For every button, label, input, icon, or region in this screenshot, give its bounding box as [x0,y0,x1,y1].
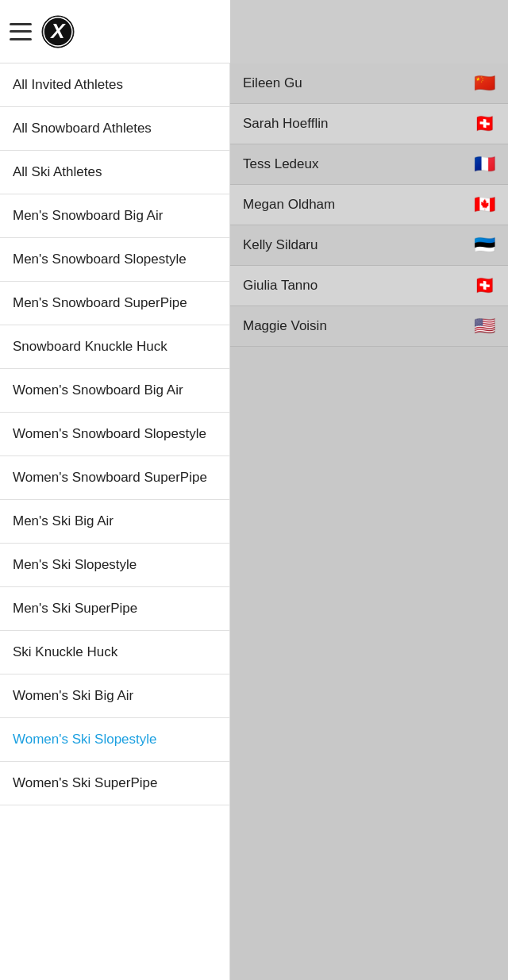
sidebar-item-all-invited[interactable]: All Invited Athletes [0,63,229,107]
sidebar-item-womens-ski-slopestyle[interactable]: Women's Ski Slopestyle [0,718,229,762]
athlete-flag: 🇫🇷 [474,154,495,175]
sidebar-item-mens-ski-superpipe[interactable]: Men's Ski SuperPipe [0,587,229,631]
main-layout: All Invited AthletesAll Snowboard Athlet… [0,63,508,980]
athlete-name: Megan Oldham [243,197,335,213]
sidebar: All Invited AthletesAll Snowboard Athlet… [0,63,230,980]
athlete-name: Eileen Gu [243,75,302,91]
athlete-flag: 🇨🇭 [474,113,495,134]
app-header: X [0,0,230,63]
sidebar-item-mens-snowboard-slopestyle[interactable]: Men's Snowboard Slopestyle [0,238,229,282]
sidebar-item-womens-ski-big-air[interactable]: Women's Ski Big Air [0,674,229,718]
athlete-row[interactable]: Eileen Gu🇨🇳 [230,63,508,104]
athlete-row[interactable]: Sarah Hoefflin🇨🇭 [230,104,508,144]
logo: X [41,15,78,48]
athlete-name: Giulia Tanno [243,278,318,294]
athlete-row[interactable]: Kelly Sildaru🇪🇪 [230,225,508,266]
sidebar-item-mens-snowboard-superpipe[interactable]: Men's Snowboard SuperPipe [0,282,229,325]
sidebar-item-snowboard-knuckle-huck[interactable]: Snowboard Knuckle Huck [0,325,229,369]
athlete-row[interactable]: Maggie Voisin🇺🇸 [230,306,508,347]
athlete-row[interactable]: Tess Ledeux🇫🇷 [230,144,508,185]
sidebar-item-all-ski[interactable]: All Ski Athletes [0,151,229,194]
sidebar-item-womens-snowboard-big-air[interactable]: Women's Snowboard Big Air [0,369,229,413]
x-games-logo-icon: X [41,15,75,48]
sidebar-item-womens-snowboard-superpipe[interactable]: Women's Snowboard SuperPipe [0,456,229,500]
menu-button[interactable] [10,23,32,40]
athlete-row[interactable]: Megan Oldham🇨🇦 [230,185,508,225]
sidebar-item-womens-ski-superpipe[interactable]: Women's Ski SuperPipe [0,762,229,805]
content-panel: Eileen Gu🇨🇳Sarah Hoefflin🇨🇭Tess Ledeux🇫🇷… [230,63,508,980]
athlete-name: Sarah Hoefflin [243,116,328,132]
sidebar-item-mens-ski-big-air[interactable]: Men's Ski Big Air [0,500,229,544]
athlete-row[interactable]: Giulia Tanno🇨🇭 [230,266,508,306]
athlete-name: Tess Ledeux [243,156,318,172]
athlete-flag: 🇨🇳 [474,73,495,94]
sidebar-item-womens-snowboard-slopestyle[interactable]: Women's Snowboard Slopestyle [0,413,229,456]
athlete-flag: 🇨🇭 [474,275,495,296]
sidebar-item-all-snowboard[interactable]: All Snowboard Athletes [0,107,229,151]
athlete-name: Maggie Voisin [243,318,327,334]
sidebar-item-mens-ski-slopestyle[interactable]: Men's Ski Slopestyle [0,544,229,587]
athlete-flag: 🇨🇦 [474,194,495,215]
athlete-flag: 🇺🇸 [474,316,495,336]
athlete-name: Kelly Sildaru [243,237,318,253]
sidebar-item-mens-snowboard-big-air[interactable]: Men's Snowboard Big Air [0,194,229,238]
athlete-flag: 🇪🇪 [474,235,495,256]
svg-text:X: X [49,19,66,43]
sidebar-item-ski-knuckle-huck[interactable]: Ski Knuckle Huck [0,631,229,674]
